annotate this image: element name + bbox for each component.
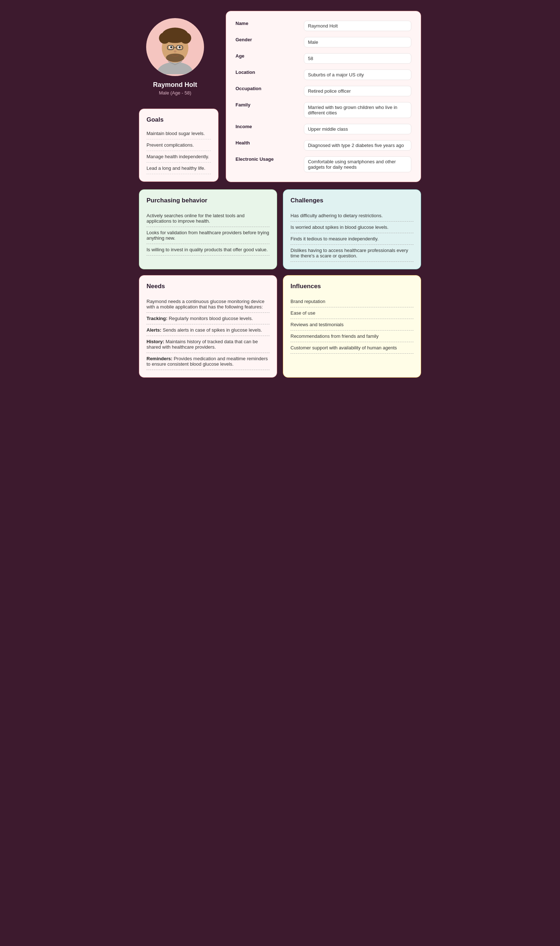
profile-name: Raymond Holt (153, 81, 197, 89)
needs-item: Tracking: Regularly monitors blood gluco… (146, 313, 269, 324)
needs-title: Needs (146, 283, 269, 290)
influences-title: Influences (291, 283, 414, 290)
info-label: Electronic Usage (233, 153, 302, 175)
influence-item: Ease of use (291, 307, 414, 319)
goals-title: Goals (146, 116, 211, 123)
info-label: Health (233, 137, 302, 153)
info-label: Family (233, 99, 302, 121)
goal-item: Lead a long and healthy life. (146, 162, 211, 174)
influence-item: Customer support with availability of hu… (291, 342, 414, 354)
needs-intro: Raymond needs a continuous glucose monit… (146, 296, 269, 313)
challenges-title: Challenges (291, 197, 414, 204)
challenges-card: Challenges Has difficulty adhering to di… (283, 189, 421, 269)
info-value-cell: Retired police officer (302, 83, 414, 99)
profile-card: Raymond Holt Male (Age - 58) (139, 11, 211, 103)
info-label: Income (233, 121, 302, 137)
info-value-cell: Raymond Holt (302, 18, 414, 34)
info-card: NameRaymond HoltGenderMaleAge58LocationS… (226, 11, 421, 182)
info-value: Upper middle class (304, 124, 411, 134)
info-value: Diagnosed with type 2 diabetes five year… (304, 140, 411, 151)
info-value: Married with two grown children who live… (304, 102, 411, 118)
svg-point-13 (179, 46, 181, 48)
goal-item: Prevent complications. (146, 139, 211, 151)
info-label: Gender (233, 34, 302, 50)
info-label: Occupation (233, 83, 302, 99)
avatar-illustration (150, 20, 200, 74)
purchasing-list: Actively searches online for the latest … (146, 210, 269, 256)
info-value: Retired police officer (304, 86, 411, 96)
influences-list: Brand reputation Ease of use Reviews and… (291, 296, 414, 354)
needs-card: Needs Raymond needs a continuous glucose… (139, 275, 277, 378)
info-label: Name (233, 18, 302, 34)
info-value-cell: Suburbs of a major US city (302, 66, 414, 83)
info-value: Male (304, 37, 411, 48)
challenge-item: Dislikes having to access healthcare pro… (291, 245, 414, 262)
purchasing-item: Looks for validation from healthcare pro… (146, 227, 269, 244)
goals-list: Maintain blood sugar levels. Prevent com… (146, 128, 211, 174)
challenge-item: Finds it tedious to measure independentl… (291, 233, 414, 245)
purchasing-item: Actively searches online for the latest … (146, 210, 269, 227)
profile-sub-label: Male (Age - 58) (159, 90, 191, 96)
purchasing-card: Purchasing behavior Actively searches on… (139, 189, 277, 269)
info-value-cell: Comfortable using smartphones and other … (302, 153, 414, 175)
influence-item: Reviews and testimonials (291, 319, 414, 330)
needs-item: Alerts: Sends alerts in case of spikes i… (146, 324, 269, 336)
svg-point-12 (170, 46, 172, 48)
info-label: Age (233, 50, 302, 66)
challenge-item: Has difficulty adhering to dietary restr… (291, 210, 414, 222)
needs-list: Tracking: Regularly monitors blood gluco… (146, 313, 269, 370)
influence-item: Brand reputation (291, 296, 414, 307)
info-value-cell: Married with two grown children who live… (302, 99, 414, 121)
needs-item: History: Maintains history of tracked da… (146, 336, 269, 353)
info-label: Location (233, 66, 302, 83)
influence-item: Recommendations from friends and family (291, 330, 414, 342)
purchasing-item: Is willing to invest in quality products… (146, 244, 269, 256)
svg-point-0 (158, 62, 193, 74)
svg-point-17 (174, 50, 177, 52)
needs-item: Reminders: Provides medication and mealt… (146, 353, 269, 370)
info-value: Raymond Holt (304, 21, 411, 31)
bottom-grid: Purchasing behavior Actively searches on… (139, 189, 421, 378)
info-value: Comfortable using smartphones and other … (304, 156, 411, 172)
info-value-cell: Male (302, 34, 414, 50)
info-value-cell: 58 (302, 50, 414, 66)
goal-item: Maintain blood sugar levels. (146, 128, 211, 139)
svg-point-9 (166, 54, 184, 62)
goal-item: Manage health independently. (146, 151, 211, 162)
info-table: NameRaymond HoltGenderMaleAge58LocationS… (233, 18, 414, 175)
avatar (146, 18, 204, 76)
challenges-list: Has difficulty adhering to dietary restr… (291, 210, 414, 262)
info-value-cell: Upper middle class (302, 121, 414, 137)
info-value: Suburbs of a major US city (304, 69, 411, 80)
goals-card: Goals Maintain blood sugar levels. Preve… (139, 109, 218, 182)
info-value-cell: Diagnosed with type 2 diabetes five year… (302, 137, 414, 153)
info-value: 58 (304, 53, 411, 64)
svg-point-8 (170, 28, 180, 38)
purchasing-title: Purchasing behavior (146, 197, 269, 204)
challenge-item: Is worried about spikes in blood glucose… (291, 222, 414, 233)
influences-card: Influences Brand reputation Ease of use … (283, 275, 421, 378)
